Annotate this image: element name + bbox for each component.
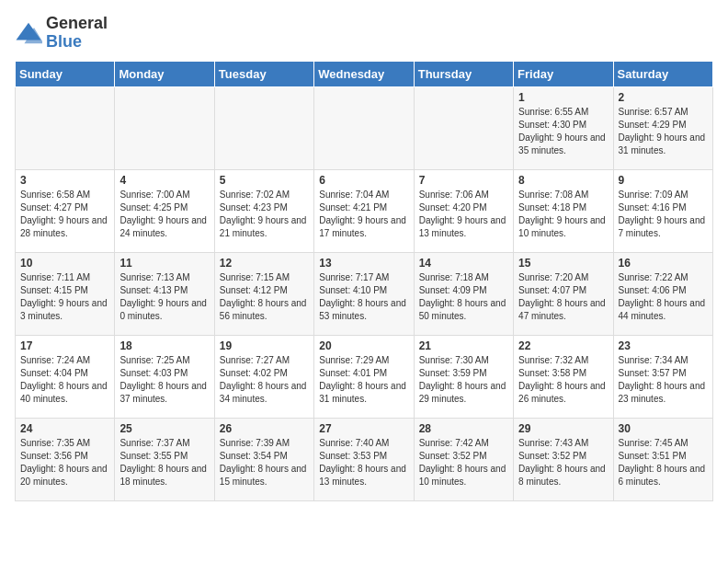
calendar-cell: 12Sunrise: 7:15 AM Sunset: 4:12 PM Dayli…: [214, 252, 313, 335]
calendar-weekday-saturday: Saturday: [613, 61, 712, 86]
calendar-cell: [214, 86, 313, 169]
day-info: Sunrise: 7:34 AM Sunset: 3:57 PM Dayligh…: [619, 354, 708, 406]
calendar-cell: 15Sunrise: 7:20 AM Sunset: 4:07 PM Dayli…: [514, 252, 613, 335]
calendar-week-row: 24Sunrise: 7:35 AM Sunset: 3:56 PM Dayli…: [16, 418, 713, 500]
calendar-cell: 25Sunrise: 7:37 AM Sunset: 3:55 PM Dayli…: [115, 418, 214, 500]
calendar-weekday-sunday: Sunday: [16, 61, 115, 86]
logo-icon: [15, 19, 42, 47]
calendar-weekday-monday: Monday: [115, 61, 214, 86]
day-info: Sunrise: 7:37 AM Sunset: 3:55 PM Dayligh…: [119, 437, 209, 488]
day-info: Sunrise: 7:24 AM Sunset: 4:04 PM Dayligh…: [20, 354, 109, 406]
day-info: Sunrise: 7:27 AM Sunset: 4:02 PM Dayligh…: [220, 354, 309, 406]
day-number: 6: [319, 174, 408, 187]
day-info: Sunrise: 7:15 AM Sunset: 4:12 PM Dayligh…: [220, 271, 309, 323]
day-info: Sunrise: 7:02 AM Sunset: 4:23 PM Dayligh…: [220, 189, 309, 240]
calendar-cell: 22Sunrise: 7:32 AM Sunset: 3:58 PM Dayli…: [514, 335, 613, 418]
logo-blue: Blue: [46, 32, 82, 51]
day-number: 25: [119, 422, 209, 435]
day-number: 29: [518, 422, 608, 435]
day-number: 19: [220, 339, 309, 352]
day-number: 16: [619, 257, 708, 270]
calendar-cell: 21Sunrise: 7:30 AM Sunset: 3:59 PM Dayli…: [414, 335, 513, 418]
day-info: Sunrise: 7:45 AM Sunset: 3:51 PM Dayligh…: [619, 437, 708, 488]
calendar-cell: 3Sunrise: 6:58 AM Sunset: 4:27 PM Daylig…: [16, 169, 115, 252]
day-number: 20: [319, 339, 408, 352]
calendar-week-row: 1Sunrise: 6:55 AM Sunset: 4:30 PM Daylig…: [16, 86, 713, 169]
page-header: General Blue: [15, 15, 713, 52]
calendar-week-row: 17Sunrise: 7:24 AM Sunset: 4:04 PM Dayli…: [16, 335, 713, 418]
day-number: 24: [20, 422, 109, 435]
calendar-cell: [314, 86, 414, 169]
calendar-table: SundayMondayTuesdayWednesdayThursdayFrid…: [15, 61, 713, 501]
calendar-cell: 13Sunrise: 7:17 AM Sunset: 4:10 PM Dayli…: [314, 252, 414, 335]
calendar-cell: [115, 86, 214, 169]
calendar-cell: 1Sunrise: 6:55 AM Sunset: 4:30 PM Daylig…: [514, 86, 613, 169]
day-info: Sunrise: 7:09 AM Sunset: 4:16 PM Dayligh…: [619, 189, 708, 240]
day-number: 1: [518, 91, 608, 104]
calendar-weekday-tuesday: Tuesday: [214, 61, 313, 86]
day-number: 22: [518, 339, 608, 352]
calendar-cell: 24Sunrise: 7:35 AM Sunset: 3:56 PM Dayli…: [16, 418, 115, 500]
day-info: Sunrise: 7:43 AM Sunset: 3:52 PM Dayligh…: [518, 437, 608, 488]
day-info: Sunrise: 7:04 AM Sunset: 4:21 PM Dayligh…: [319, 189, 408, 240]
calendar-weekday-friday: Friday: [514, 61, 613, 86]
calendar-week-row: 10Sunrise: 7:11 AM Sunset: 4:15 PM Dayli…: [16, 252, 713, 335]
calendar-cell: 11Sunrise: 7:13 AM Sunset: 4:13 PM Dayli…: [115, 252, 214, 335]
day-info: Sunrise: 7:42 AM Sunset: 3:52 PM Dayligh…: [419, 437, 508, 488]
day-info: Sunrise: 7:18 AM Sunset: 4:09 PM Dayligh…: [419, 271, 508, 323]
day-info: Sunrise: 6:55 AM Sunset: 4:30 PM Dayligh…: [518, 106, 608, 157]
day-info: Sunrise: 7:11 AM Sunset: 4:15 PM Dayligh…: [20, 271, 109, 323]
day-number: 28: [419, 422, 508, 435]
day-info: Sunrise: 7:30 AM Sunset: 3:59 PM Dayligh…: [419, 354, 508, 406]
calendar-cell: 7Sunrise: 7:06 AM Sunset: 4:20 PM Daylig…: [414, 169, 513, 252]
day-info: Sunrise: 7:17 AM Sunset: 4:10 PM Dayligh…: [319, 271, 408, 323]
logo-text: General Blue: [46, 15, 108, 52]
day-info: Sunrise: 7:20 AM Sunset: 4:07 PM Dayligh…: [518, 271, 608, 323]
day-info: Sunrise: 7:39 AM Sunset: 3:54 PM Dayligh…: [220, 437, 309, 488]
day-number: 13: [319, 257, 408, 270]
calendar-cell: 23Sunrise: 7:34 AM Sunset: 3:57 PM Dayli…: [613, 335, 712, 418]
calendar-header-row: SundayMondayTuesdayWednesdayThursdayFrid…: [16, 61, 713, 86]
day-number: 10: [20, 257, 109, 270]
calendar-cell: [16, 86, 115, 169]
day-number: 15: [518, 257, 608, 270]
logo-general: General: [46, 14, 108, 32]
calendar-cell: 9Sunrise: 7:09 AM Sunset: 4:16 PM Daylig…: [613, 169, 712, 252]
calendar-cell: 26Sunrise: 7:39 AM Sunset: 3:54 PM Dayli…: [214, 418, 313, 500]
calendar-cell: [414, 86, 513, 169]
day-info: Sunrise: 7:29 AM Sunset: 4:01 PM Dayligh…: [319, 354, 408, 406]
day-number: 30: [619, 422, 708, 435]
day-info: Sunrise: 7:25 AM Sunset: 4:03 PM Dayligh…: [119, 354, 209, 406]
day-info: Sunrise: 6:58 AM Sunset: 4:27 PM Dayligh…: [20, 189, 109, 240]
calendar-cell: 14Sunrise: 7:18 AM Sunset: 4:09 PM Dayli…: [414, 252, 513, 335]
day-info: Sunrise: 7:32 AM Sunset: 3:58 PM Dayligh…: [518, 354, 608, 406]
calendar-week-row: 3Sunrise: 6:58 AM Sunset: 4:27 PM Daylig…: [16, 169, 713, 252]
day-number: 17: [20, 339, 109, 352]
day-number: 3: [20, 174, 109, 187]
day-number: 26: [220, 422, 309, 435]
day-number: 7: [419, 174, 508, 187]
calendar-cell: 16Sunrise: 7:22 AM Sunset: 4:06 PM Dayli…: [613, 252, 712, 335]
calendar-cell: 17Sunrise: 7:24 AM Sunset: 4:04 PM Dayli…: [16, 335, 115, 418]
day-number: 2: [619, 91, 708, 104]
calendar-weekday-wednesday: Wednesday: [314, 61, 414, 86]
day-number: 8: [518, 174, 608, 187]
calendar-cell: 28Sunrise: 7:42 AM Sunset: 3:52 PM Dayli…: [414, 418, 513, 500]
calendar-cell: 8Sunrise: 7:08 AM Sunset: 4:18 PM Daylig…: [514, 169, 613, 252]
day-number: 11: [119, 257, 209, 270]
calendar-cell: 4Sunrise: 7:00 AM Sunset: 4:25 PM Daylig…: [115, 169, 214, 252]
day-info: Sunrise: 6:57 AM Sunset: 4:29 PM Dayligh…: [619, 106, 708, 157]
calendar-cell: 30Sunrise: 7:45 AM Sunset: 3:51 PM Dayli…: [613, 418, 712, 500]
calendar-cell: 19Sunrise: 7:27 AM Sunset: 4:02 PM Dayli…: [214, 335, 313, 418]
logo: General Blue: [15, 15, 108, 52]
calendar-cell: 18Sunrise: 7:25 AM Sunset: 4:03 PM Dayli…: [115, 335, 214, 418]
day-info: Sunrise: 7:35 AM Sunset: 3:56 PM Dayligh…: [20, 437, 109, 488]
day-number: 27: [319, 422, 408, 435]
day-info: Sunrise: 7:08 AM Sunset: 4:18 PM Dayligh…: [518, 189, 608, 240]
day-number: 14: [419, 257, 508, 270]
calendar-cell: 6Sunrise: 7:04 AM Sunset: 4:21 PM Daylig…: [314, 169, 414, 252]
calendar-cell: 29Sunrise: 7:43 AM Sunset: 3:52 PM Dayli…: [514, 418, 613, 500]
day-number: 18: [119, 339, 209, 352]
day-info: Sunrise: 7:00 AM Sunset: 4:25 PM Dayligh…: [119, 189, 209, 240]
day-number: 4: [119, 174, 209, 187]
